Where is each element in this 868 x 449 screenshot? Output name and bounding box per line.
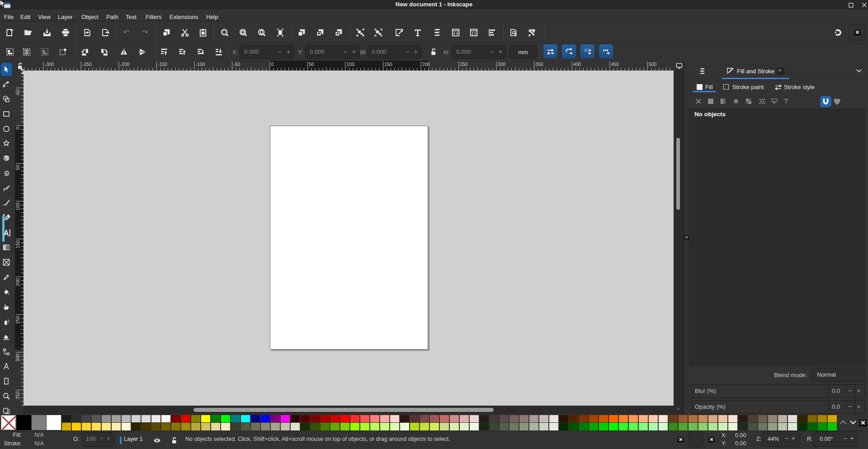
svg-text:200: 200 <box>422 61 430 67</box>
svg-text:-100: -100 <box>196 61 205 67</box>
svg-text:350: 350 <box>535 61 543 67</box>
svg-text:100: 100 <box>347 61 355 67</box>
svg-text:0: 0 <box>15 127 20 130</box>
svg-text:300: 300 <box>498 61 506 67</box>
svg-text:-250: -250 <box>82 61 92 67</box>
svg-text:-150: -150 <box>158 61 167 67</box>
svg-text:-50: -50 <box>233 61 240 67</box>
svg-text:-300: -300 <box>44 61 54 67</box>
svg-text:150: 150 <box>384 61 392 67</box>
svg-text:450: 450 <box>611 61 619 67</box>
svg-text:350: 350 <box>15 391 20 399</box>
svg-text:250: 250 <box>15 316 20 324</box>
svg-text:250: 250 <box>460 61 468 67</box>
svg-text:100: 100 <box>15 203 20 211</box>
svg-text:150: 150 <box>15 240 20 248</box>
svg-text:-200: -200 <box>120 61 129 67</box>
svg-text:0: 0 <box>271 61 274 67</box>
svg-text:200: 200 <box>15 278 20 286</box>
svg-text:50: 50 <box>309 61 314 67</box>
svg-text:50: 50 <box>15 165 20 170</box>
svg-text:500: 500 <box>649 61 657 67</box>
svg-text:400: 400 <box>573 61 581 67</box>
svg-text:300: 300 <box>15 354 20 362</box>
svg-text:-50: -50 <box>15 89 20 96</box>
